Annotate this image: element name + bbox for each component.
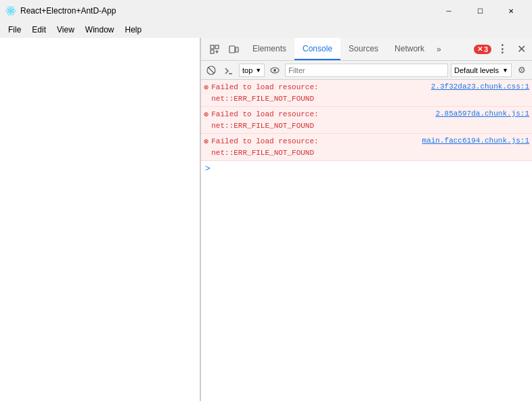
- svg-rect-8: [236, 47, 238, 52]
- error-count: 3: [484, 45, 488, 53]
- svg-line-10: [208, 67, 215, 73]
- svg-rect-7: [229, 46, 235, 53]
- title-bar: React+Electron+AntD-App ─ ☐ ✕: [0, 0, 532, 22]
- svg-point-13: [273, 69, 276, 72]
- device-toolbar-button[interactable]: [225, 41, 242, 57]
- main-content: Elements Console Sources Network » ✕ 3 ⋮…: [0, 38, 532, 401]
- clear-console-button[interactable]: [204, 63, 219, 78]
- console-toolbar: top ▼ Default levels ▼ ⚙: [201, 61, 532, 80]
- app-panel: [0, 38, 200, 401]
- tab-sources[interactable]: Sources: [340, 38, 386, 60]
- app-icon: [5, 5, 16, 16]
- error-message-3: Failed to load resource:net::ERR_FILE_NO…: [211, 136, 422, 158]
- window-controls: ─ ☐ ✕: [433, 0, 527, 22]
- menu-file[interactable]: File: [3, 24, 26, 36]
- devtools-panel: Elements Console Sources Network » ✕ 3 ⋮…: [200, 38, 532, 401]
- error-link-3[interactable]: main.facc6194.chunk.js:1: [422, 137, 529, 145]
- devtools-header: Elements Console Sources Network » ✕ 3 ⋮…: [201, 38, 532, 61]
- error-link-1[interactable]: 2.3f32da23.chunk.css:1: [431, 82, 529, 91]
- console-prompt-icon: >: [205, 164, 210, 174]
- error-badge: ✕ 3: [474, 45, 491, 54]
- menu-edit[interactable]: Edit: [26, 24, 51, 36]
- more-tabs-button[interactable]: »: [433, 38, 445, 60]
- context-selector[interactable]: top ▼: [239, 64, 265, 77]
- devtools-close-button[interactable]: ✕: [513, 41, 529, 57]
- menu-view[interactable]: View: [51, 24, 80, 36]
- console-error-row-2: ⊗ Failed to load resource:net::ERR_FILE_…: [201, 107, 532, 134]
- levels-dropdown-icon: ▼: [502, 67, 508, 74]
- svg-rect-4: [210, 45, 214, 49]
- devtools-tabs: Elements Console Sources Network »: [244, 38, 471, 60]
- default-levels-label: Default levels: [454, 66, 499, 74]
- error-icon-1: ⊗: [204, 82, 208, 93]
- error-message-2: Failed to load resource:net::ERR_FILE_NO…: [211, 109, 435, 131]
- context-dropdown-icon: ▼: [255, 67, 261, 74]
- execute-script-button[interactable]: [221, 63, 236, 78]
- close-button[interactable]: ✕: [495, 0, 527, 22]
- inspect-element-button[interactable]: [206, 41, 223, 57]
- maximize-button[interactable]: ☐: [464, 0, 495, 22]
- error-message-1: Failed to load resource:net::ERR_FILE_NO…: [211, 82, 431, 104]
- error-icon-3: ⊗: [204, 137, 208, 147]
- svg-rect-5: [215, 45, 219, 49]
- minimize-button[interactable]: ─: [433, 0, 464, 22]
- devtools-header-right: ✕ 3 ⋮ ✕: [474, 41, 529, 57]
- console-input-row: >: [201, 161, 532, 176]
- live-expressions-button[interactable]: [267, 63, 282, 78]
- console-error-row-1: ⊗ Failed to load resource:net::ERR_FILE_…: [201, 80, 532, 107]
- log-levels-select[interactable]: Default levels ▼: [451, 64, 512, 77]
- console-error-row-3: ⊗ Failed to load resource:net::ERR_FILE_…: [201, 134, 532, 161]
- devtools-more-options-button[interactable]: ⋮: [494, 41, 510, 57]
- error-icon: ✕: [477, 45, 483, 53]
- filter-input[interactable]: [285, 64, 448, 77]
- devtools-header-icons: [204, 41, 244, 57]
- tab-network[interactable]: Network: [386, 38, 433, 60]
- svg-point-0: [9, 9, 12, 12]
- app-title: React+Electron+AntD-App: [20, 6, 433, 16]
- menu-window[interactable]: Window: [80, 24, 120, 36]
- error-icon-2: ⊗: [204, 110, 208, 120]
- context-label: top: [242, 66, 252, 74]
- menu-bar: File Edit View Window Help: [0, 22, 532, 38]
- tab-elements[interactable]: Elements: [244, 38, 294, 60]
- console-settings-button[interactable]: ⚙: [514, 63, 529, 78]
- console-output: ⊗ Failed to load resource:net::ERR_FILE_…: [201, 80, 532, 401]
- tab-console[interactable]: Console: [294, 38, 340, 60]
- error-link-2[interactable]: 2.85a597da.chunk.js:1: [435, 110, 529, 118]
- menu-help[interactable]: Help: [120, 24, 148, 36]
- svg-rect-6: [210, 50, 214, 53]
